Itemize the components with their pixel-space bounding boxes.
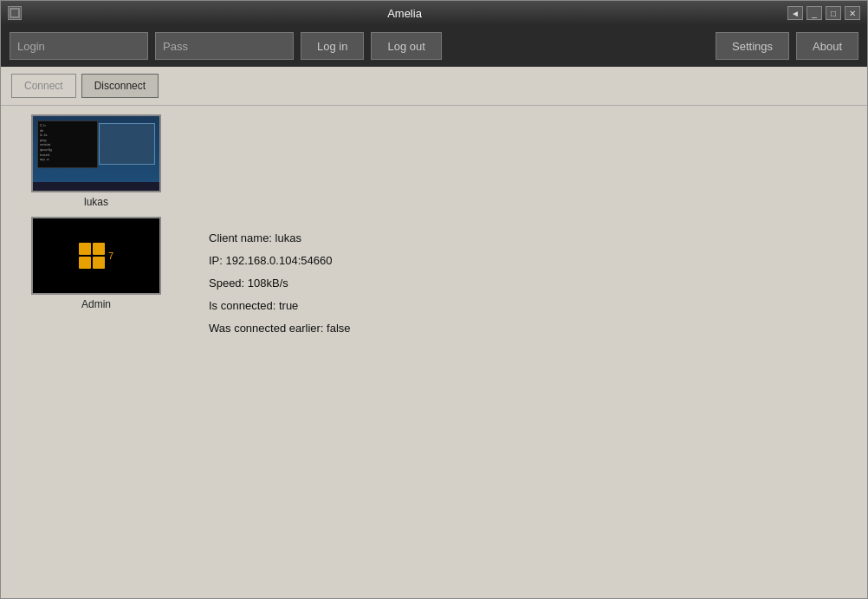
lukas-label: lukas xyxy=(84,196,108,208)
client-info-block: Client name: lukas IP: 192.168.0.104:546… xyxy=(209,227,351,340)
client-connected: Is connected: true xyxy=(209,295,351,317)
client-was-connected: Was connected earlier: false xyxy=(209,317,351,340)
logout-button[interactable]: Log out xyxy=(371,32,441,60)
about-button[interactable]: About xyxy=(796,32,858,60)
info-panel: Client name: lukas IP: 192.168.0.104:546… xyxy=(191,106,867,598)
thumbnail-lukas[interactable]: C:\> dir ls -la ping netstat ipconfig tr… xyxy=(10,114,183,208)
admin-label: Admin xyxy=(81,298,111,310)
lukas-preview: C:\> dir ls -la ping netstat ipconfig tr… xyxy=(31,114,161,192)
pass-input[interactable] xyxy=(155,32,294,60)
admin-preview: 7 xyxy=(31,217,161,295)
thumbnail-admin[interactable]: 7 Admin xyxy=(10,217,183,310)
back-button[interactable]: ◄ xyxy=(787,6,803,20)
windows-logo-icon xyxy=(79,243,105,269)
window-title: Amelia xyxy=(22,7,787,20)
settings-button[interactable]: Settings xyxy=(716,32,789,60)
toolbar: Log in Log out Settings About xyxy=(1,25,867,67)
disconnect-button[interactable]: Disconnect xyxy=(81,74,159,98)
main-content: C:\> dir ls -la ping netstat ipconfig tr… xyxy=(1,106,867,598)
client-speed: Speed: 108kB/s xyxy=(209,272,351,295)
svg-rect-1 xyxy=(11,10,18,16)
login-input[interactable] xyxy=(10,32,148,60)
actionbar: Connect Disconnect xyxy=(1,67,867,106)
maximize-button[interactable]: □ xyxy=(826,6,841,20)
client-ip: IP: 192.168.0.104:54660 xyxy=(209,250,351,272)
app-icon xyxy=(8,6,22,20)
titlebar: Amelia ◄ _ □ ✕ xyxy=(1,1,867,25)
minimize-button[interactable]: _ xyxy=(806,6,822,20)
thumbnails-panel: C:\> dir ls -la ping netstat ipconfig tr… xyxy=(1,106,191,598)
main-window: Amelia ◄ _ □ ✕ Log in Log out Settings A… xyxy=(0,0,868,599)
connect-button[interactable]: Connect xyxy=(11,74,76,98)
window-controls: ◄ _ □ ✕ xyxy=(787,6,860,20)
close-button[interactable]: ✕ xyxy=(845,6,860,20)
login-button[interactable]: Log in xyxy=(301,32,364,60)
client-name: Client name: lukas xyxy=(209,227,351,250)
